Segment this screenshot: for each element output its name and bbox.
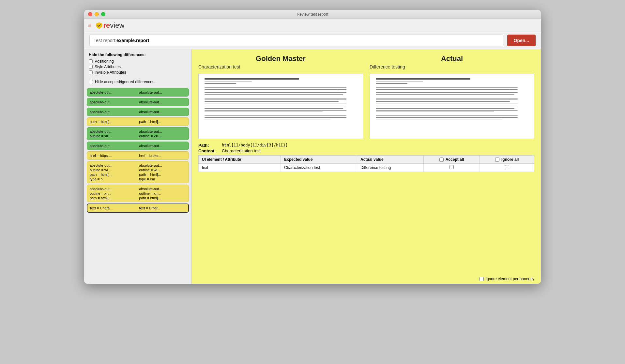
ignore-permanently-label: Ignore element permanently xyxy=(486,277,534,281)
test-report-prefix: Test report: xyxy=(94,38,116,43)
content-value: Characterization test xyxy=(222,148,261,153)
row-ignore xyxy=(480,164,534,172)
golden-master-subtitle: Characterization test xyxy=(198,64,363,71)
golden-master-preview xyxy=(199,74,363,139)
col-actual: Actual value xyxy=(357,156,424,164)
title-bar: Review test report xyxy=(84,10,541,19)
shield-icon xyxy=(96,22,103,29)
filter-invisible-attributes: Invisible Attributes xyxy=(89,70,187,75)
sidebar: Hide the following differences: Position… xyxy=(84,49,192,284)
list-item-selected[interactable]: text = Chara... text = Differ... xyxy=(87,204,189,213)
path-value: html[1]/body[1]/div[3]/h1[1] xyxy=(222,143,288,148)
path-content-section: Path: html[1]/body[1]/div[3]/h1[1] Conte… xyxy=(192,142,541,155)
maximize-button[interactable] xyxy=(101,12,105,16)
menu-bar: ≡ review xyxy=(84,19,541,32)
col-ignore-all: Ignore all xyxy=(480,156,534,164)
content-label: Content: xyxy=(198,148,218,153)
list-item[interactable]: path = html[... path = html[... xyxy=(87,117,189,126)
positioning-label: Positioning xyxy=(95,59,114,64)
comparison-subtitles: Characterization test Difference testing xyxy=(192,63,541,71)
app-logo: review xyxy=(96,21,125,30)
positioning-checkbox[interactable] xyxy=(89,59,93,63)
filter-positioning: Positioning xyxy=(89,59,187,64)
actual-title: Actual xyxy=(370,54,534,63)
traffic-lights xyxy=(88,12,105,16)
list-item[interactable]: absolute-out... absolute-out... outline … xyxy=(87,127,189,140)
filter-section: Hide the following differences: Position… xyxy=(84,49,191,78)
actual-subtitle: Difference testing xyxy=(370,64,534,71)
main-content: Hide the following differences: Position… xyxy=(84,49,541,284)
filter-style-attributes: Style Attributes xyxy=(89,65,187,69)
actual-preview xyxy=(370,74,534,139)
close-button[interactable] xyxy=(88,12,92,16)
list-item[interactable]: absolute-out... absolute-out... xyxy=(87,88,189,97)
list-item[interactable]: absolute-out... absolute-out... outline … xyxy=(87,161,189,183)
accept-checkbox[interactable] xyxy=(450,165,454,169)
diff-table-section: UI element / Attribute Expected value Ac… xyxy=(192,155,541,275)
col-expected: Expected value xyxy=(281,156,357,164)
hide-accepted-label: Hide accepted/ignored differences xyxy=(95,80,154,84)
hamburger-icon[interactable]: ≡ xyxy=(88,22,92,29)
invisible-attributes-label: Invisible Attributes xyxy=(95,70,126,75)
col-accept-all: Accept all xyxy=(423,156,480,164)
hide-accepted-checkbox[interactable] xyxy=(89,80,93,84)
golden-master-title: Golden Master xyxy=(198,54,363,63)
accept-all-checkbox[interactable] xyxy=(439,158,444,162)
right-panel: Golden Master Actual Characterization te… xyxy=(192,49,541,284)
list-item[interactable]: href = https:... href = broke... xyxy=(87,151,189,160)
row-expected: Characterization test xyxy=(281,164,357,172)
minimize-button[interactable] xyxy=(95,12,99,16)
path-label: Path: xyxy=(198,143,218,148)
golden-master-image xyxy=(198,74,363,139)
row-actual: Difference testing xyxy=(357,164,424,172)
list-item[interactable]: absolute-out... absolute-out... xyxy=(87,108,189,116)
list-item[interactable]: absolute-out... absolute-out... xyxy=(87,98,189,106)
logo-text: review xyxy=(103,21,125,30)
comparison-header: Golden Master Actual xyxy=(192,49,541,63)
bottom-right: Ignore element permanently xyxy=(192,275,541,284)
style-attributes-label: Style Attributes xyxy=(95,65,121,69)
diff-list: absolute-out... absolute-out... absolute… xyxy=(84,87,191,284)
ignore-permanently-section: Ignore element permanently xyxy=(480,277,534,281)
ignore-checkbox[interactable] xyxy=(505,165,509,169)
toolbar: Test report: example.report Open... xyxy=(84,32,541,49)
window-title: Review test report xyxy=(297,12,328,17)
diff-table: UI element / Attribute Expected value Ac… xyxy=(198,155,534,172)
ignore-permanently-checkbox[interactable] xyxy=(480,277,484,281)
ignore-all-checkbox[interactable] xyxy=(495,158,499,162)
col-attribute: UI element / Attribute xyxy=(199,156,281,164)
actual-image xyxy=(370,74,534,139)
open-button[interactable]: Open... xyxy=(507,35,536,46)
list-item[interactable]: absolute-out... absolute-out... outline … xyxy=(87,185,189,202)
test-report-field[interactable]: Test report: example.report xyxy=(89,35,503,46)
comparison-images xyxy=(192,71,541,142)
hide-accepted-section: Hide accepted/ignored differences xyxy=(84,78,191,87)
filter-label: Hide the following differences: xyxy=(89,53,187,57)
test-report-value: example.report xyxy=(116,38,149,43)
style-attributes-checkbox[interactable] xyxy=(89,65,93,69)
row-accept xyxy=(423,164,480,172)
list-item[interactable]: absolute-out... absolute-out... xyxy=(87,142,189,150)
invisible-attributes-checkbox[interactable] xyxy=(89,70,93,74)
table-row: text Characterization test Difference te… xyxy=(199,164,534,172)
row-attribute: text xyxy=(199,164,281,172)
